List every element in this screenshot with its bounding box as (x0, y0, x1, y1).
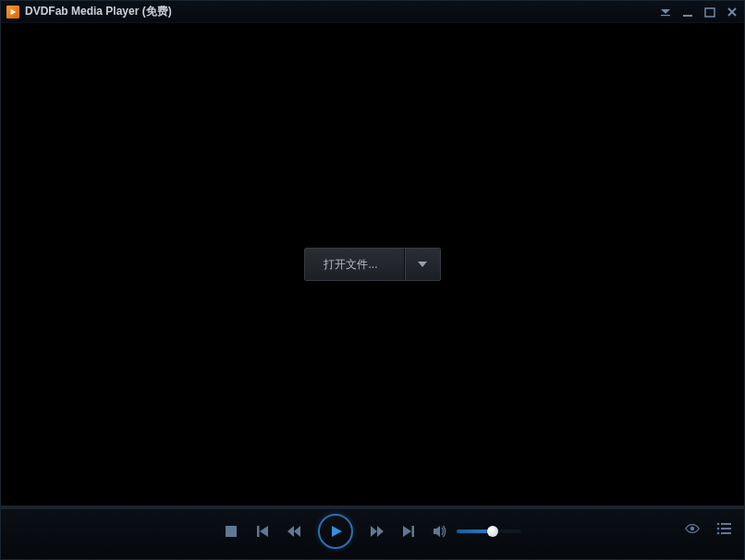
svg-rect-17 (412, 526, 415, 537)
svg-marker-7 (418, 262, 427, 267)
open-file-dropdown[interactable] (405, 249, 440, 280)
svg-marker-14 (371, 526, 377, 537)
svg-marker-12 (294, 526, 300, 537)
svg-marker-16 (403, 526, 411, 537)
open-file-button[interactable]: 打开文件... (305, 249, 404, 280)
svg-rect-4 (705, 8, 714, 17)
svg-marker-11 (287, 526, 294, 537)
previous-button[interactable] (255, 524, 270, 539)
fast-forward-button[interactable] (370, 524, 385, 539)
svg-point-22 (717, 528, 720, 530)
control-bar (1, 505, 744, 559)
playlist-icon[interactable] (716, 521, 731, 536)
svg-marker-10 (260, 526, 268, 537)
svg-rect-9 (257, 526, 260, 537)
playback-controls (224, 514, 521, 549)
app-title: DVDFab Media Player (免费) (25, 4, 659, 19)
next-button[interactable] (401, 524, 416, 539)
right-controls (685, 521, 731, 536)
svg-marker-0 (11, 8, 17, 14)
minimize-button[interactable] (681, 6, 694, 18)
play-button[interactable] (318, 514, 353, 549)
stop-button[interactable] (224, 524, 238, 539)
svg-rect-3 (683, 15, 692, 17)
titlebar: DVDFab Media Player (免费) (1, 1, 744, 23)
maximize-button[interactable] (703, 6, 716, 18)
chevron-down-icon (418, 262, 427, 267)
window-buttons (659, 6, 739, 18)
svg-rect-8 (226, 526, 237, 537)
app-icon (6, 6, 19, 18)
svg-point-24 (717, 532, 720, 535)
svg-rect-23 (721, 528, 731, 530)
svg-marker-15 (377, 526, 384, 537)
svg-marker-18 (434, 526, 440, 537)
svg-rect-2 (661, 15, 670, 16)
svg-point-19 (690, 527, 694, 530)
svg-point-20 (717, 523, 720, 526)
svg-marker-13 (332, 526, 342, 537)
svg-marker-1 (661, 9, 670, 14)
volume-icon[interactable] (433, 524, 447, 539)
svg-rect-25 (721, 532, 731, 534)
volume-slider[interactable] (457, 530, 521, 533)
open-file-label: 打开文件... (324, 257, 377, 273)
svg-rect-21 (721, 523, 731, 525)
close-button[interactable] (726, 6, 739, 18)
menu-dropdown-icon[interactable] (659, 6, 672, 18)
volume-control (433, 524, 521, 539)
video-area: 打开文件... (1, 23, 744, 505)
view-mode-icon[interactable] (685, 521, 700, 536)
open-file-group: 打开文件... (304, 248, 440, 281)
progress-bar[interactable] (1, 506, 744, 509)
rewind-button[interactable] (287, 524, 301, 539)
volume-thumb[interactable] (487, 526, 498, 537)
